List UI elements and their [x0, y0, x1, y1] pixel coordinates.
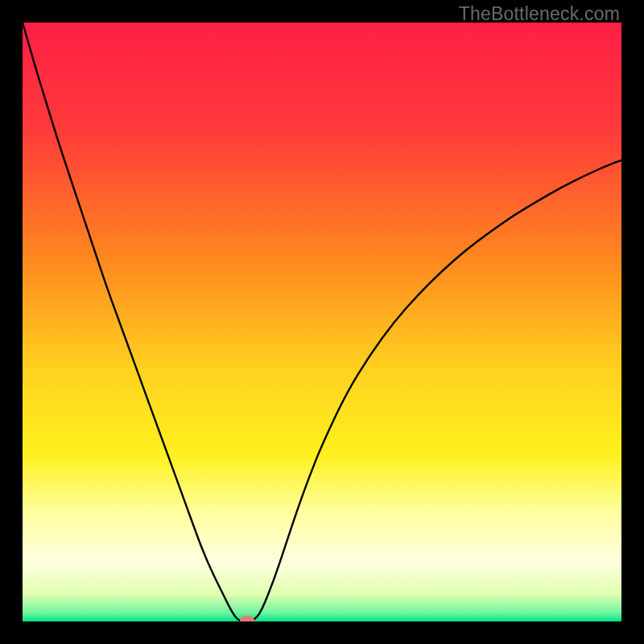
chart-svg [23, 23, 621, 621]
gradient-background [23, 23, 621, 621]
watermark-text: TheBottleneck.com [459, 3, 620, 25]
chart-frame [23, 23, 621, 621]
